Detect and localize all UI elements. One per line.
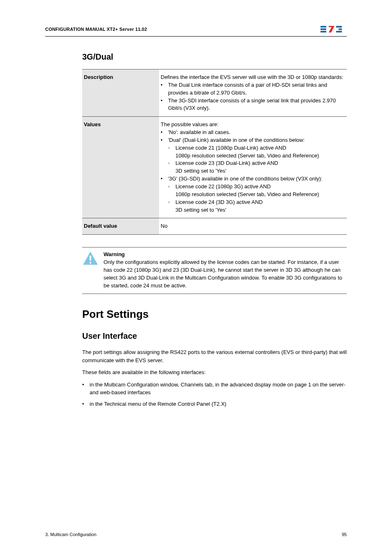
footer-left: 3. Multicam Configuration <box>45 532 97 537</box>
values-subitem: License code 23 (3D Dual-Link) active AN… <box>168 160 344 175</box>
section-heading-3g-dual: 3G/Dual <box>82 52 347 62</box>
svg-marker-3 <box>329 26 334 32</box>
values-subitem: License code 21 (1080p Dual-Link) active… <box>168 144 344 160</box>
svg-rect-5 <box>339 28 342 30</box>
row-content: The possible values are: 'No': available… <box>159 117 347 218</box>
values-item-text: '3G' (3G-SDI) available in one of the co… <box>168 176 323 182</box>
table-row: Description Defines the interface the EV… <box>82 69 347 117</box>
values-item: 'Dual' (Dual-Link) available in one of t… <box>161 136 344 175</box>
svg-rect-8 <box>90 256 91 261</box>
values-item-text: 'Dual' (Dual-Link) available in one of t… <box>168 137 304 143</box>
warning-title: Warning <box>104 251 125 257</box>
values-subitem: License code 22 (1080p 3G) active AND 10… <box>168 183 344 199</box>
subsection-heading-user-interface: User Interface <box>82 331 347 341</box>
values-item: 'No': available in all cases. <box>161 129 344 136</box>
values-subitem: License code 24 (3D 3G) active AND 3D se… <box>168 199 344 214</box>
description-intro: Defines the interface the EVS server wil… <box>161 74 344 81</box>
values-item: '3G' (3G-SDI) available in one of the co… <box>161 175 344 214</box>
list-item: in the Multicam Configuration window, Ch… <box>82 381 347 397</box>
svg-rect-9 <box>90 262 91 264</box>
list-item: in the Technical menu of the Remote Cont… <box>82 400 347 408</box>
page-footer: 3. Multicam Configuration 95 <box>45 532 347 537</box>
warning-body: Only the configurations explicitly allow… <box>104 259 342 289</box>
description-item: The 3G-SDI interface consists of a singl… <box>161 97 344 113</box>
svg-rect-0 <box>321 26 326 28</box>
paragraph: The port settings allow assigning the RS… <box>82 348 347 364</box>
warning-icon <box>82 251 99 268</box>
values-intro: The possible values are: <box>161 121 344 129</box>
evs-logo-icon <box>321 25 347 34</box>
row-content: Defines the interface the EVS server wil… <box>159 69 347 117</box>
warning-callout: Warning Only the configurations explicit… <box>82 247 347 294</box>
svg-rect-2 <box>321 31 326 32</box>
description-item: The Dual Link interface consists of a pa… <box>161 81 344 97</box>
row-label: Description <box>82 69 159 117</box>
paragraph: These fields are available in the follow… <box>82 368 347 377</box>
svg-rect-6 <box>336 31 342 32</box>
header-title: CONFIGURATION MANUAL XT2+ Server 11.02 <box>45 27 147 32</box>
svg-rect-1 <box>321 28 326 30</box>
page-header: CONFIGURATION MANUAL XT2+ Server 11.02 <box>45 25 347 37</box>
footer-page-number: 95 <box>342 532 347 537</box>
row-label: Values <box>82 117 159 218</box>
row-label: Default value <box>82 218 159 235</box>
svg-rect-4 <box>336 26 342 28</box>
table-row: Values The possible values are: 'No': av… <box>82 117 347 218</box>
section-heading-port-settings: Port Settings <box>82 308 347 321</box>
parameter-table: Description Defines the interface the EV… <box>82 69 347 235</box>
row-content: No <box>159 218 347 235</box>
table-row: Default value No <box>82 218 347 235</box>
